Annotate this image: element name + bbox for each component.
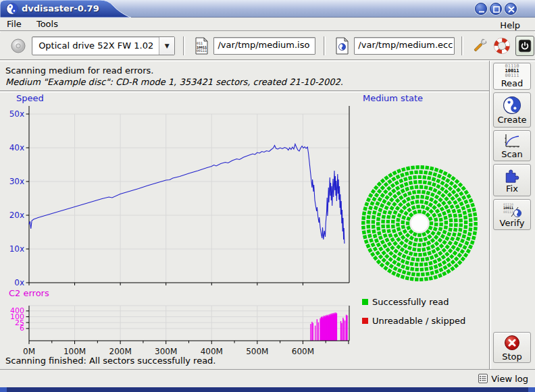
resize-grip-left[interactable] [0, 387, 7, 392]
stop-button-label: Stop [502, 352, 522, 362]
c2-y-axis-labels: 625100400 [10, 306, 24, 333]
svg-text:100M: 100M [63, 347, 86, 356]
ecc-file-input[interactable]: /var/tmp/medium.ecc [354, 37, 455, 55]
menu-tools[interactable]: Tools [30, 18, 64, 31]
drive-selector[interactable]: Optical drive 52X FW 1.02 ▼ [32, 36, 175, 55]
fix-button[interactable]: Fix [493, 164, 531, 196]
scan-button[interactable]: Scan [493, 130, 531, 161]
x-axis-labels: 0M100M200M300M400M500M600M [23, 347, 314, 356]
minimize-button[interactable] [475, 3, 487, 15]
window-bottom-border [0, 387, 535, 392]
legend-label-read: Successfully read [372, 297, 449, 307]
svg-text:300M: 300M [155, 347, 177, 356]
statusbar: View log [0, 370, 535, 387]
iso-file-icon: 011 10011 00111 [195, 37, 209, 55]
window-title: dvdisaster-0.79 [22, 3, 99, 13]
drive-selector-value: Optical drive 52X FW 1.02 [32, 37, 159, 55]
speed-line-series [29, 144, 345, 244]
verify-button-label: Verify [500, 218, 525, 228]
svg-text:500M: 500M [246, 347, 268, 356]
toolbar-separator [324, 36, 325, 55]
speed-chart-title: Speed [16, 93, 44, 103]
medium-state-title: Medium state [363, 93, 423, 103]
read-button-label: Read [501, 78, 524, 88]
c2-chart-gridlines [29, 306, 349, 341]
medium-state-disc [361, 165, 478, 281]
quit-power-icon [517, 38, 532, 53]
drive-button[interactable] [9, 36, 28, 56]
toolbar-separator [183, 36, 184, 55]
view-log-label: View log [491, 374, 528, 384]
toolbar: Optical drive 52X FW 1.02 ▼ 011 10011 00… [1, 32, 534, 59]
ecc-file-button[interactable] [333, 36, 351, 56]
action-sidebar: 01110 10011 00111 Read Create Sca [490, 59, 535, 369]
scan-result-line: Scanning finished: All sectors successfu… [5, 356, 216, 366]
titlebar[interactable]: dvdisaster-0.79 [0, 0, 535, 18]
read-icon: 01110 10011 00111 [505, 64, 519, 78]
help-button[interactable] [492, 36, 510, 56]
svg-text:30x: 30x [9, 177, 24, 186]
svg-text:0x: 0x [14, 278, 24, 287]
maximize-button[interactable] [490, 3, 502, 15]
view-log-button[interactable]: View log [478, 373, 528, 384]
svg-text:600M: 600M [292, 347, 314, 356]
verify-icon: 01110 10011 00111 [502, 202, 522, 218]
log-list-icon [478, 373, 488, 384]
preferences-wrench-icon [471, 37, 488, 55]
quit-button[interactable] [515, 36, 534, 56]
chevron-down-icon[interactable]: ▼ [159, 37, 174, 55]
speed-chart-gridlines [29, 114, 349, 283]
svg-text:50x: 50x [9, 109, 24, 119]
app-icon [6, 3, 18, 15]
create-yin-yang-icon [503, 96, 521, 115]
svg-text:200M: 200M [109, 347, 132, 356]
svg-text:00111: 00111 [503, 209, 513, 213]
svg-text:400M: 400M [201, 347, 223, 356]
scan-button-label: Scan [501, 149, 523, 159]
svg-text:20x: 20x [9, 211, 24, 220]
menu-file[interactable]: File [1, 18, 28, 31]
svg-text:00111: 00111 [197, 49, 207, 53]
iso-file-button[interactable]: 011 10011 00111 [193, 36, 210, 56]
scan-chart-icon [503, 133, 521, 149]
legend-swatch-read [362, 299, 368, 305]
preferences-button[interactable] [471, 36, 488, 56]
resize-grip-right[interactable] [528, 387, 535, 392]
create-button-label: Create [497, 115, 526, 125]
legend-item-unreadable: Unreadable / skipped [362, 316, 465, 326]
svg-text:40x: 40x [9, 143, 24, 152]
svg-text:0M: 0M [23, 347, 35, 356]
fix-button-label: Fix [506, 184, 518, 194]
app-window: dvdisaster-0.79 File Tools Help Optical … [0, 0, 535, 392]
legend-swatch-unreadable [362, 318, 368, 324]
help-lifebuoy-icon [493, 37, 511, 55]
close-button[interactable] [505, 3, 517, 15]
svg-text:400: 400 [10, 306, 24, 315]
iso-file-input[interactable]: /var/tmp/medium.iso [213, 37, 315, 55]
c2-errors-title: C2 errors [9, 288, 49, 298]
menubar: File Tools Help [1, 18, 534, 31]
stop-button[interactable]: Stop [493, 332, 531, 363]
legend-label-unreadable: Unreadable / skipped [372, 316, 465, 326]
fix-puzzle-icon [503, 167, 521, 184]
read-button[interactable]: 01110 10011 00111 Read [493, 63, 531, 90]
legend-item-read: Successfully read [362, 297, 449, 307]
ecc-file-icon [335, 37, 349, 55]
stop-icon [503, 334, 521, 352]
verify-button[interactable]: 01110 10011 00111 Verify [493, 199, 531, 230]
drive-icon [10, 38, 26, 54]
toolbar-separator [461, 36, 463, 55]
svg-text:10x: 10x [9, 244, 24, 254]
speed-y-axis-labels: 0x10x20x30x40x50x [9, 109, 24, 287]
create-button[interactable]: Create [493, 92, 531, 128]
